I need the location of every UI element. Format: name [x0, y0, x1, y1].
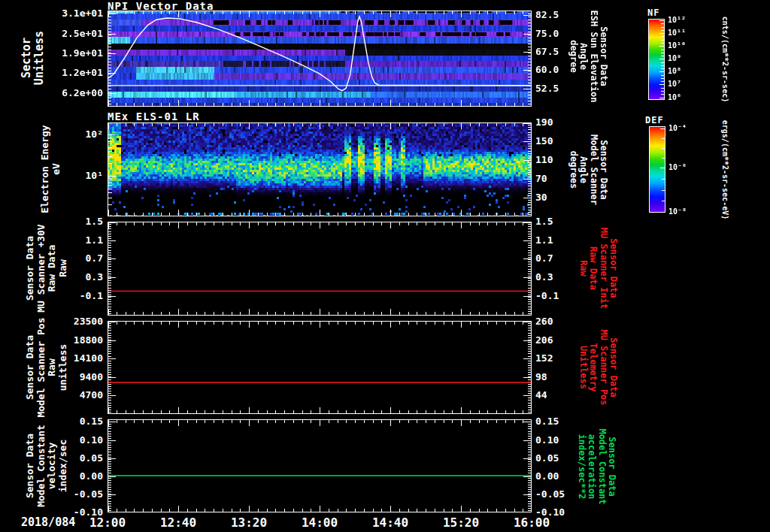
colorbar-tick-mark — [661, 68, 664, 69]
colorbar-tick-mark — [661, 23, 664, 24]
x-tick-label: 15:20 — [443, 515, 479, 530]
right-axis-label-mu-scanner-pos: Sensor Data MU Scanner Pos Telemetry Uni… — [578, 329, 618, 405]
y-tick-right: 190 — [535, 116, 581, 128]
y-tick-right: 52.5 — [535, 83, 581, 95]
colorbar-tick-label: 10⁷ — [668, 80, 681, 88]
y-axis-label-model-scanner-pos: Sensor Data Model Scanner Pos Raw unitle… — [25, 317, 68, 417]
y-tick-right: 1.1 — [535, 234, 581, 246]
els-spectrogram[interactable] — [108, 122, 532, 216]
colorbar-nf-unit: cnts/(cm**2-sr-sec) — [720, 17, 729, 102]
y-tick-right: 0.15 — [535, 416, 581, 428]
y-tick-left: 1.5 — [0, 216, 103, 228]
y-tick-left: 23500 — [0, 316, 103, 328]
colorbar-tick-mark — [661, 56, 664, 56]
y-tick-left: -0.1 — [0, 290, 103, 302]
colorbar-tick-mark — [661, 78, 664, 79]
y-tick-left: 6.2e+00 — [0, 87, 103, 99]
x-tick-label: 13:20 — [231, 515, 267, 530]
y-tick-left: 0.05 — [0, 452, 103, 464]
y-tick-left: 14100 — [0, 352, 103, 364]
colorbar-tick-mark — [661, 43, 664, 44]
colorbar-tick-label: 10⁻⁶ — [668, 163, 687, 171]
colorbar-tick-mark — [660, 128, 665, 129]
colorbar-tick-label: 10⁻⁸ — [668, 207, 687, 216]
colorbar-tick-mark — [660, 212, 665, 213]
y-tick-left: -0.05 — [0, 488, 103, 500]
colorbar-def-unit: ergs/(cm**2-sr-sec-eV) — [720, 120, 729, 219]
colorbar-tick-label: 10¹² — [668, 16, 686, 24]
y-tick-right: -0.10 — [535, 506, 581, 518]
y-tick-right: 150 — [535, 135, 581, 147]
y-tick-left: 9400 — [0, 371, 103, 383]
y-tick-right: 70 — [535, 173, 581, 185]
colorbar-tick-mark — [661, 75, 664, 76]
y-tick-left: 0.7 — [0, 252, 103, 264]
colorbar-tick-mark — [659, 33, 664, 34]
colorbar-tick-mark — [660, 168, 665, 168]
colorbar-tick-mark — [662, 190, 665, 191]
colorbar-tick-mark — [661, 36, 664, 37]
colorbar-tick-mark — [662, 138, 665, 139]
colorbar-tick-mark — [661, 88, 664, 89]
y-tick-left: 0.10 — [0, 434, 103, 446]
colorbar-tick-mark — [661, 50, 664, 50]
colorbar-tick-mark — [661, 81, 664, 82]
model-scanner-pos-panel[interactable] — [108, 321, 532, 414]
y-tick-left: 0.15 — [0, 416, 103, 428]
mu-scanner-30v-panel[interactable] — [108, 222, 532, 316]
npi-spectrogram[interactable] — [108, 11, 532, 107]
colorbar-tick-mark — [661, 62, 664, 63]
y-tick-right: 30 — [535, 192, 581, 204]
colorbar-tick-mark — [661, 27, 664, 28]
x-tick-label: 12:40 — [160, 515, 196, 530]
y-tick-left: 10¹ — [0, 170, 103, 182]
colorbar-tick-mark — [661, 40, 664, 41]
colorbar-tick-mark — [659, 71, 664, 72]
colorbar-tick-label: 10⁹ — [668, 54, 681, 62]
y-tick-left: 18800 — [0, 334, 103, 346]
y-tick-right: 98 — [535, 371, 581, 383]
y-tick-right: 206 — [535, 334, 581, 346]
colorbar-tick-mark — [662, 148, 665, 149]
y-tick-right: 0.05 — [535, 452, 581, 464]
y-tick-left: 1.9e+01 — [0, 47, 103, 59]
model-constant-velocity-panel[interactable] — [108, 419, 532, 512]
colorbar-tick-label: 10¹¹ — [668, 29, 686, 37]
panel-title-els: MEx ELS-01 LR — [108, 110, 200, 122]
colorbar-tick-mark — [659, 46, 664, 47]
colorbar-tick-label: 10⁸ — [668, 67, 681, 75]
right-axis-label-mu-scanner-init: Sensor Data MU Scanner Init Raw Data Raw — [578, 228, 618, 309]
colorbar-tick-mark — [661, 30, 664, 31]
y-tick-right: -0.05 — [535, 488, 581, 500]
y-tick-left: 10² — [0, 128, 103, 141]
colorbar-tick-mark — [662, 158, 665, 159]
y-tick-right: 60.0 — [535, 64, 581, 76]
y-tick-right: 44 — [535, 389, 581, 401]
y-tick-right: -0.1 — [535, 290, 581, 302]
y-tick-right: 260 — [535, 316, 581, 328]
colorbar-tick-mark — [661, 65, 664, 66]
y-tick-left: 4700 — [0, 389, 103, 401]
right-axis-label-model-constant-accel: Sensor Data Model Constant acceleration … — [576, 428, 617, 504]
y-tick-left: 3.1e+01 — [0, 8, 103, 20]
colorbar-tick-label: 10¹⁰ — [668, 41, 686, 50]
y-tick-right: 0.7 — [535, 252, 581, 264]
y-tick-left: 1.1 — [0, 234, 103, 246]
y-tick-right: 0.10 — [535, 434, 581, 446]
y-tick-left: -0.10 — [0, 506, 103, 518]
colorbar-tick-mark — [661, 94, 664, 95]
colorbar-tick-mark — [659, 59, 664, 59]
colorbar-tick-mark — [659, 98, 664, 98]
colorbar-def-title: DEF — [645, 115, 664, 125]
y-tick-right: 75.0 — [535, 28, 581, 40]
x-tick-label: 14:00 — [302, 515, 338, 530]
colorbar-tick-mark — [659, 84, 664, 85]
y-tick-left: 0.3 — [0, 271, 103, 283]
colorbar-tick-mark — [661, 91, 664, 92]
colorbar-tick-mark — [659, 20, 664, 21]
colorbar-tick-label: 10⁻⁴ — [668, 124, 687, 132]
y-tick-right: 82.5 — [535, 9, 581, 21]
y-tick-right: 0.3 — [535, 271, 581, 283]
colorbar-tick-label: 10⁶ — [668, 93, 681, 101]
x-tick-label: 14:40 — [372, 515, 408, 530]
